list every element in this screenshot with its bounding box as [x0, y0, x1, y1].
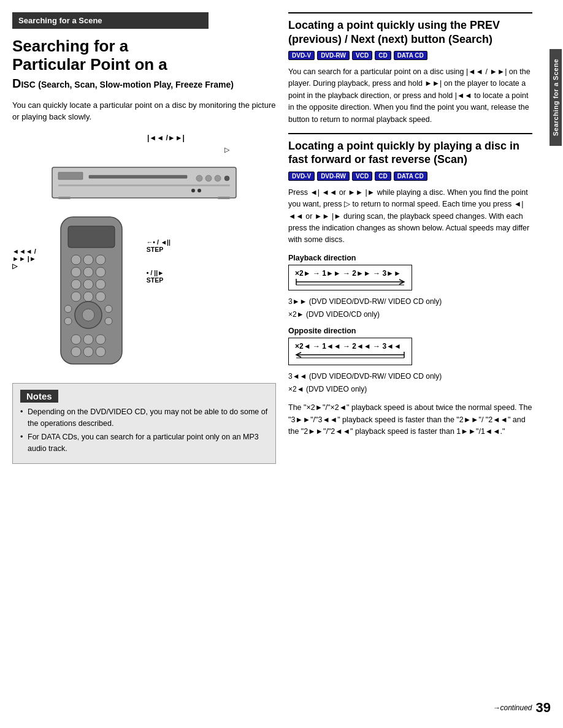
playback-direction-section: Playback direction ×2► → 1►► → 2►► → 3►► [288, 254, 532, 320]
badge2-cd: CD [375, 172, 391, 181]
svg-point-3 [196, 175, 202, 181]
opposite-diagram-row: ×2◄ → 1◄◄ → 2◄◄ → 3◄◄ [295, 342, 405, 351]
playback-diagram-box: ×2► → 1►► → 2►► → 3►► [288, 265, 412, 290]
note-item-2: For DATA CDs, you can search for a parti… [20, 431, 268, 455]
playback-diagram-row: ×2► → 1►► → 2►► → 3►► [295, 269, 405, 278]
play-arrow-label: ▷ [224, 146, 229, 153]
section2-divider [288, 133, 532, 134]
breadcrumb-banner: Searching for a Scene [12, 12, 209, 29]
svg-point-20 [71, 279, 81, 289]
title-line1: Searching for a [12, 37, 128, 55]
svg-point-36 [83, 347, 93, 357]
svg-rect-8 [58, 197, 71, 199]
section1-title: Locating a point quickly using the PREV … [288, 18, 532, 46]
badge-vcd: VCD [352, 51, 372, 60]
playback-note1: 3►► (DVD VIDEO/DVD-RW/ VIDEO CD only) [288, 297, 532, 307]
svg-point-10 [191, 189, 195, 192]
section1-divider [288, 12, 532, 13]
badge-datacd: DATA CD [394, 51, 427, 60]
svg-point-23 [71, 292, 81, 301]
svg-rect-7 [58, 184, 230, 186]
section2-intro: Press ◄| ◄◄ or ►► |► while playing a dis… [288, 187, 532, 246]
playback-diagram-arrow [295, 278, 405, 286]
svg-point-29 [105, 305, 112, 313]
svg-point-32 [71, 335, 81, 344]
svg-point-16 [96, 255, 105, 265]
svg-point-19 [96, 267, 105, 277]
opposite-diagram-box: ×2◄ → 1◄◄ → 2◄◄ → 3◄◄ [288, 338, 412, 365]
svg-point-21 [83, 279, 93, 289]
svg-point-33 [83, 335, 93, 344]
left-column: Searching for a Scene Searching for a Pa… [12, 12, 276, 681]
svg-rect-13 [68, 226, 115, 248]
svg-point-15 [83, 255, 93, 265]
svg-point-35 [71, 347, 81, 357]
svg-point-30 [64, 317, 72, 325]
player-buttons-label: |◄◄ /►►| [147, 134, 185, 142]
remote-svg [42, 214, 140, 373]
svg-point-6 [224, 176, 229, 181]
notes-box: Notes Depending on the DVD/VIDEO CD, you… [12, 383, 276, 464]
step-top-label: ←• / ◄|| STEP [147, 238, 170, 253]
section2-footer-text: The "×2►"/"×2◄" playback speed is about … [288, 402, 532, 438]
badge2-dvdv: DVD-V [288, 172, 315, 181]
opposite-diagram-arrow [295, 351, 405, 359]
section2-title: Locating a point quickly by playing a di… [288, 139, 532, 167]
svg-point-37 [96, 347, 105, 357]
svg-point-14 [71, 255, 81, 265]
svg-point-24 [83, 292, 93, 301]
svg-point-25 [96, 292, 105, 301]
svg-point-31 [105, 317, 112, 325]
opposite-direction-label: Opposite direction [288, 327, 532, 335]
svg-rect-1 [58, 172, 83, 180]
remote-container: ◄◄◄ / ►► |► ▷ [12, 214, 276, 373]
badge2-datacd: DATA CD [394, 172, 427, 181]
svg-point-18 [83, 267, 93, 277]
svg-point-28 [64, 305, 72, 313]
opposite-direction-section: Opposite direction ×2◄ → 1◄◄ → 2◄◄ → 3◄◄… [288, 327, 532, 395]
dvd-player-svg [46, 155, 242, 204]
svg-point-11 [197, 189, 201, 192]
breadcrumb-text: Searching for a Scene [18, 16, 102, 25]
svg-point-5 [215, 175, 221, 181]
playback-note2: ×2► (DVD VIDEO/CD only) [288, 309, 532, 320]
content-area: Searching for a Scene Searching for a Pa… [0, 0, 563, 694]
disc-label: Disc [12, 77, 36, 90]
note-item-1: Depending on the DVD/VIDEO CD, you may n… [20, 406, 268, 430]
notes-title: Notes [20, 390, 58, 403]
opposite-note2: ×2◄ (DVD VIDEO only) [288, 384, 532, 395]
page-footer: →continued 39 [0, 694, 563, 728]
section1-body: You can search for a particular point on… [288, 66, 532, 126]
svg-point-22 [96, 279, 105, 289]
badge-dvdv: DVD-V [288, 51, 315, 60]
svg-rect-9 [218, 197, 230, 199]
svg-point-4 [205, 175, 212, 181]
page-container: Searching for a Scene Searching for a Pa… [0, 0, 563, 728]
main-title: Searching for a Particular Point on a [12, 37, 276, 74]
subtitle-text: (Search, Scan, Slow-motion Play, Freeze … [38, 80, 234, 89]
playback-direction-label: Playback direction [288, 254, 532, 262]
svg-rect-2 [89, 175, 187, 178]
remote-area: ◄◄◄ / ►► |► ▷ [12, 214, 276, 373]
sidebar-label: Searching for a Scene [550, 49, 562, 146]
page-number: 39 [536, 700, 551, 716]
left-intro-text: You can quickly locate a particular poin… [12, 99, 276, 123]
remote-left-labels: ◄◄◄ / ►► |► ▷ [12, 214, 36, 270]
continued-text: →continued [492, 703, 532, 712]
svg-point-34 [96, 335, 105, 344]
rewind-label: ◄◄◄ / ►► |► ▷ [12, 248, 36, 270]
subtitle-line: Disc (Search, Scan, Slow-motion Play, Fr… [12, 77, 276, 91]
svg-point-17 [71, 267, 81, 277]
title-line2: Particular Point on a [12, 55, 167, 74]
badge2-vcd: VCD [352, 172, 372, 181]
section1-badges: DVD-V DVD-RW VCD CD DATA CD [288, 51, 532, 60]
badge-dvdrw: DVD-RW [317, 51, 350, 60]
notes-list: Depending on the DVD/VIDEO CD, you may n… [20, 406, 268, 455]
svg-rect-0 [52, 167, 236, 198]
badge2-dvdrw: DVD-RW [317, 172, 350, 181]
svg-point-27 [82, 309, 94, 321]
arrow-continued: → [492, 703, 500, 712]
dvd-player-area: |◄◄ /►►| ▷ [12, 133, 276, 204]
opposite-note1: 3◄◄ (DVD VIDEO/DVD-RW/ VIDEO CD only) [288, 371, 532, 382]
badge-cd: CD [375, 51, 391, 60]
